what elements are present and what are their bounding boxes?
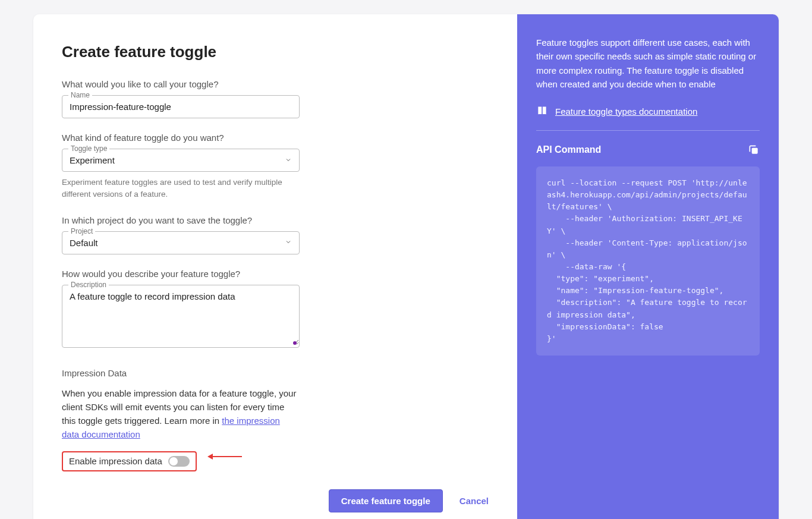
cancel-button[interactable]: Cancel xyxy=(459,496,489,506)
project-select[interactable]: Default xyxy=(62,232,299,254)
form-panel: Create feature toggle What would you lik… xyxy=(33,14,517,519)
arrow-line xyxy=(212,456,242,457)
page-title: Create feature toggle xyxy=(62,43,489,61)
name-input[interactable] xyxy=(62,96,299,118)
resize-handle-icon[interactable] xyxy=(293,341,297,345)
doc-link-row: Feature toggle types documentation xyxy=(536,105,760,131)
description-field-group: How would you describe your feature togg… xyxy=(62,269,300,348)
sidebar-description: Feature toggles support different use ca… xyxy=(536,36,760,91)
project-field-group: In which project do you want to save the… xyxy=(62,215,300,254)
description-textarea[interactable]: A feature toggle to record impression da… xyxy=(62,285,299,345)
name-label: Name xyxy=(68,91,92,99)
impression-title: Impression Data xyxy=(62,368,489,378)
api-command-title: API Command xyxy=(536,144,601,155)
name-question: What would you like to call your toggle? xyxy=(62,79,300,89)
book-icon xyxy=(536,105,548,117)
project-question: In which project do you want to save the… xyxy=(62,215,300,225)
type-question: What kind of feature toggle do you want? xyxy=(62,133,300,143)
arrow-callout xyxy=(207,454,242,460)
copy-icon[interactable] xyxy=(748,144,760,156)
project-select-wrap: Project Default xyxy=(62,231,300,254)
type-field-group: What kind of feature toggle do you want?… xyxy=(62,133,300,201)
enable-impression-toggle[interactable] xyxy=(168,456,190,467)
type-select-wrap: Toggle type Experiment xyxy=(62,149,300,172)
create-feature-card: Create feature toggle What would you lik… xyxy=(33,14,779,519)
doc-link[interactable]: Feature toggle types documentation xyxy=(555,106,697,117)
type-helper: Experiment feature toggles are used to t… xyxy=(62,177,300,201)
api-code-block[interactable]: curl --location --request POST 'http://u… xyxy=(536,166,760,356)
type-label: Toggle type xyxy=(68,144,109,153)
impression-desc: When you enable impression data for a fe… xyxy=(62,386,300,442)
sidebar-panel: Feature toggles support different use ca… xyxy=(517,14,779,519)
impression-section: Impression Data When you enable impressi… xyxy=(62,362,489,471)
api-command-row: API Command xyxy=(536,144,760,156)
description-question: How would you describe your feature togg… xyxy=(62,269,300,279)
enable-impression-row: Enable impression data xyxy=(62,451,197,471)
svg-rect-0 xyxy=(752,148,758,154)
description-input-wrap: Description A feature toggle to record i… xyxy=(62,285,300,348)
project-label: Project xyxy=(68,227,95,235)
actions-row: Create feature toggle Cancel xyxy=(62,471,489,512)
create-button[interactable]: Create feature toggle xyxy=(329,489,443,512)
enable-impression-label: Enable impression data xyxy=(69,456,162,466)
name-input-wrap: Name xyxy=(62,95,300,118)
description-label: Description xyxy=(68,281,109,289)
switch-knob xyxy=(169,457,178,465)
name-field-group: What would you like to call your toggle?… xyxy=(62,79,300,118)
